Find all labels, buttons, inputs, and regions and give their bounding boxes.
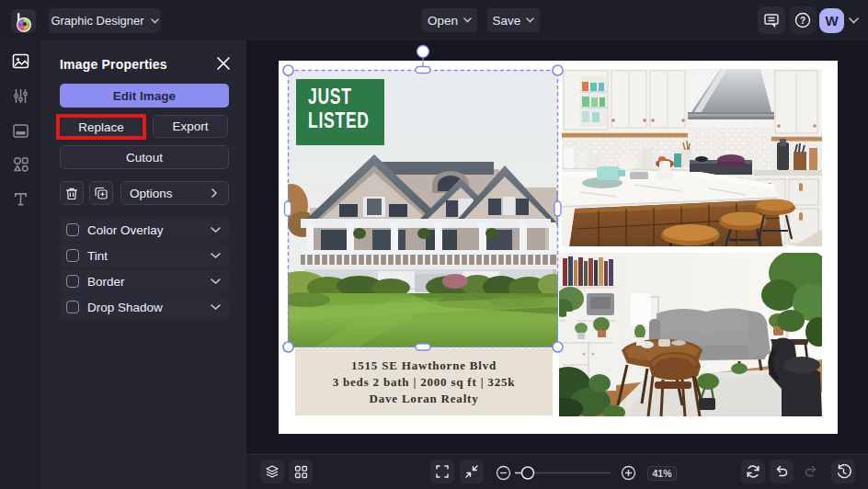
svg-text:?: ? — [800, 16, 805, 26]
